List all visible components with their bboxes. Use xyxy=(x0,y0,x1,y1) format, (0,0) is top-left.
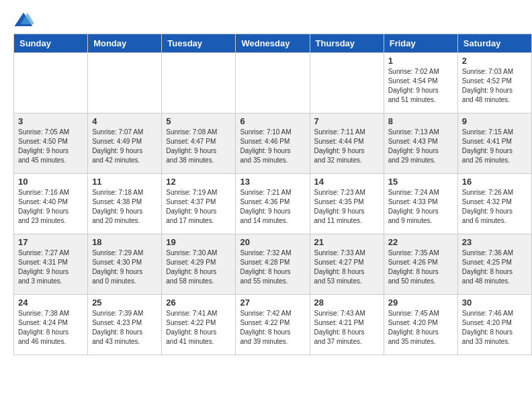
calendar-cell: 1Sunrise: 7:02 AM Sunset: 4:54 PM Daylig… xyxy=(384,53,457,113)
day-number: 15 xyxy=(388,177,453,187)
calendar-cell: 22Sunrise: 7:35 AM Sunset: 4:26 PM Dayli… xyxy=(384,234,457,295)
calendar-cell: 11Sunrise: 7:18 AM Sunset: 4:38 PM Dayli… xyxy=(88,174,162,234)
day-info: Sunrise: 7:32 AM Sunset: 4:28 PM Dayligh… xyxy=(240,248,305,286)
day-number: 28 xyxy=(314,298,380,308)
day-info: Sunrise: 7:16 AM Sunset: 4:40 PM Dayligh… xyxy=(18,188,83,226)
day-number: 19 xyxy=(166,237,231,247)
logo xyxy=(13,10,36,30)
calendar-cell: 27Sunrise: 7:42 AM Sunset: 4:22 PM Dayli… xyxy=(236,295,310,355)
weekday-header: Wednesday xyxy=(236,34,310,53)
calendar-cell: 13Sunrise: 7:21 AM Sunset: 4:36 PM Dayli… xyxy=(236,174,310,234)
day-info: Sunrise: 7:42 AM Sunset: 4:22 PM Dayligh… xyxy=(240,309,305,347)
day-info: Sunrise: 7:15 AM Sunset: 4:41 PM Dayligh… xyxy=(462,128,527,165)
day-info: Sunrise: 7:41 AM Sunset: 4:22 PM Dayligh… xyxy=(166,309,231,347)
calendar-cell: 6Sunrise: 7:10 AM Sunset: 4:46 PM Daylig… xyxy=(236,113,310,174)
day-info: Sunrise: 7:35 AM Sunset: 4:26 PM Dayligh… xyxy=(388,248,453,286)
calendar-cell xyxy=(310,53,384,113)
calendar-cell: 21Sunrise: 7:33 AM Sunset: 4:27 PM Dayli… xyxy=(310,234,384,295)
day-info: Sunrise: 7:45 AM Sunset: 4:20 PM Dayligh… xyxy=(388,309,453,347)
day-number: 9 xyxy=(462,116,527,126)
day-number: 18 xyxy=(92,237,157,247)
day-number: 20 xyxy=(240,237,305,247)
calendar-cell: 23Sunrise: 7:36 AM Sunset: 4:25 PM Dayli… xyxy=(457,234,531,295)
weekday-header: Thursday xyxy=(310,34,384,53)
calendar-cell: 18Sunrise: 7:29 AM Sunset: 4:30 PM Dayli… xyxy=(88,234,162,295)
calendar-cell: 24Sunrise: 7:38 AM Sunset: 4:24 PM Dayli… xyxy=(14,295,88,355)
calendar: SundayMondayTuesdayWednesdayThursdayFrid… xyxy=(13,34,532,355)
calendar-cell: 8Sunrise: 7:13 AM Sunset: 4:43 PM Daylig… xyxy=(384,113,457,174)
day-info: Sunrise: 7:26 AM Sunset: 4:32 PM Dayligh… xyxy=(462,188,527,226)
day-number: 25 xyxy=(92,298,157,308)
weekday-header: Sunday xyxy=(14,34,88,53)
day-info: Sunrise: 7:11 AM Sunset: 4:44 PM Dayligh… xyxy=(314,128,380,165)
day-number: 7 xyxy=(314,116,380,126)
weekday-header: Tuesday xyxy=(162,34,236,53)
day-info: Sunrise: 7:02 AM Sunset: 4:54 PM Dayligh… xyxy=(388,67,453,105)
day-info: Sunrise: 7:46 AM Sunset: 4:20 PM Dayligh… xyxy=(462,309,527,347)
day-number: 13 xyxy=(240,177,305,187)
day-number: 11 xyxy=(92,177,157,187)
calendar-cell: 2Sunrise: 7:03 AM Sunset: 4:52 PM Daylig… xyxy=(457,53,531,113)
weekday-header: Saturday xyxy=(457,34,531,53)
day-info: Sunrise: 7:24 AM Sunset: 4:33 PM Dayligh… xyxy=(388,188,453,226)
day-number: 12 xyxy=(166,177,231,187)
calendar-cell: 10Sunrise: 7:16 AM Sunset: 4:40 PM Dayli… xyxy=(14,174,88,234)
calendar-cell: 4Sunrise: 7:07 AM Sunset: 4:49 PM Daylig… xyxy=(88,113,162,174)
calendar-cell: 28Sunrise: 7:43 AM Sunset: 4:21 PM Dayli… xyxy=(310,295,384,355)
day-number: 29 xyxy=(388,298,453,308)
header xyxy=(0,0,532,34)
day-info: Sunrise: 7:07 AM Sunset: 4:49 PM Dayligh… xyxy=(92,128,157,165)
day-number: 2 xyxy=(462,56,527,66)
day-number: 21 xyxy=(314,237,380,247)
day-info: Sunrise: 7:30 AM Sunset: 4:29 PM Dayligh… xyxy=(166,248,231,286)
day-number: 5 xyxy=(166,116,231,126)
calendar-cell: 30Sunrise: 7:46 AM Sunset: 4:20 PM Dayli… xyxy=(457,295,531,355)
calendar-cell xyxy=(236,53,310,113)
day-number: 14 xyxy=(314,177,380,187)
day-number: 24 xyxy=(18,298,83,308)
calendar-cell: 9Sunrise: 7:15 AM Sunset: 4:41 PM Daylig… xyxy=(457,113,531,174)
day-info: Sunrise: 7:08 AM Sunset: 4:47 PM Dayligh… xyxy=(166,128,231,165)
calendar-wrap: SundayMondayTuesdayWednesdayThursdayFrid… xyxy=(0,34,532,362)
day-info: Sunrise: 7:38 AM Sunset: 4:24 PM Dayligh… xyxy=(18,309,83,347)
day-info: Sunrise: 7:10 AM Sunset: 4:46 PM Dayligh… xyxy=(240,128,305,165)
day-info: Sunrise: 7:03 AM Sunset: 4:52 PM Dayligh… xyxy=(462,67,527,105)
day-number: 4 xyxy=(92,116,157,126)
day-number: 23 xyxy=(462,237,527,247)
day-number: 1 xyxy=(388,56,453,66)
day-info: Sunrise: 7:18 AM Sunset: 4:38 PM Dayligh… xyxy=(92,188,157,226)
day-number: 10 xyxy=(18,177,83,187)
day-number: 17 xyxy=(18,237,83,247)
calendar-cell xyxy=(14,53,88,113)
day-number: 3 xyxy=(18,116,83,126)
day-number: 16 xyxy=(462,177,527,187)
logo-icon xyxy=(13,10,34,30)
day-number: 30 xyxy=(462,298,527,308)
calendar-cell: 17Sunrise: 7:27 AM Sunset: 4:31 PM Dayli… xyxy=(14,234,88,295)
day-info: Sunrise: 7:13 AM Sunset: 4:43 PM Dayligh… xyxy=(388,128,453,165)
calendar-cell: 29Sunrise: 7:45 AM Sunset: 4:20 PM Dayli… xyxy=(384,295,457,355)
day-info: Sunrise: 7:29 AM Sunset: 4:30 PM Dayligh… xyxy=(92,248,157,286)
calendar-cell: 26Sunrise: 7:41 AM Sunset: 4:22 PM Dayli… xyxy=(162,295,236,355)
calendar-cell: 12Sunrise: 7:19 AM Sunset: 4:37 PM Dayli… xyxy=(162,174,236,234)
day-info: Sunrise: 7:05 AM Sunset: 4:50 PM Dayligh… xyxy=(18,128,83,165)
day-info: Sunrise: 7:27 AM Sunset: 4:31 PM Dayligh… xyxy=(18,248,83,286)
calendar-cell: 19Sunrise: 7:30 AM Sunset: 4:29 PM Dayli… xyxy=(162,234,236,295)
calendar-cell: 14Sunrise: 7:23 AM Sunset: 4:35 PM Dayli… xyxy=(310,174,384,234)
calendar-cell xyxy=(88,53,162,113)
day-number: 22 xyxy=(388,237,453,247)
day-info: Sunrise: 7:33 AM Sunset: 4:27 PM Dayligh… xyxy=(314,248,380,286)
day-info: Sunrise: 7:43 AM Sunset: 4:21 PM Dayligh… xyxy=(314,309,380,347)
day-number: 27 xyxy=(240,298,305,308)
calendar-cell: 25Sunrise: 7:39 AM Sunset: 4:23 PM Dayli… xyxy=(88,295,162,355)
weekday-header: Friday xyxy=(384,34,457,53)
day-number: 6 xyxy=(240,116,305,126)
calendar-cell: 15Sunrise: 7:24 AM Sunset: 4:33 PM Dayli… xyxy=(384,174,457,234)
weekday-header: Monday xyxy=(88,34,162,53)
day-number: 26 xyxy=(166,298,231,308)
day-info: Sunrise: 7:23 AM Sunset: 4:35 PM Dayligh… xyxy=(314,188,380,226)
day-info: Sunrise: 7:19 AM Sunset: 4:37 PM Dayligh… xyxy=(166,188,231,226)
day-info: Sunrise: 7:36 AM Sunset: 4:25 PM Dayligh… xyxy=(462,248,527,286)
calendar-cell xyxy=(162,53,236,113)
day-info: Sunrise: 7:39 AM Sunset: 4:23 PM Dayligh… xyxy=(92,309,157,347)
